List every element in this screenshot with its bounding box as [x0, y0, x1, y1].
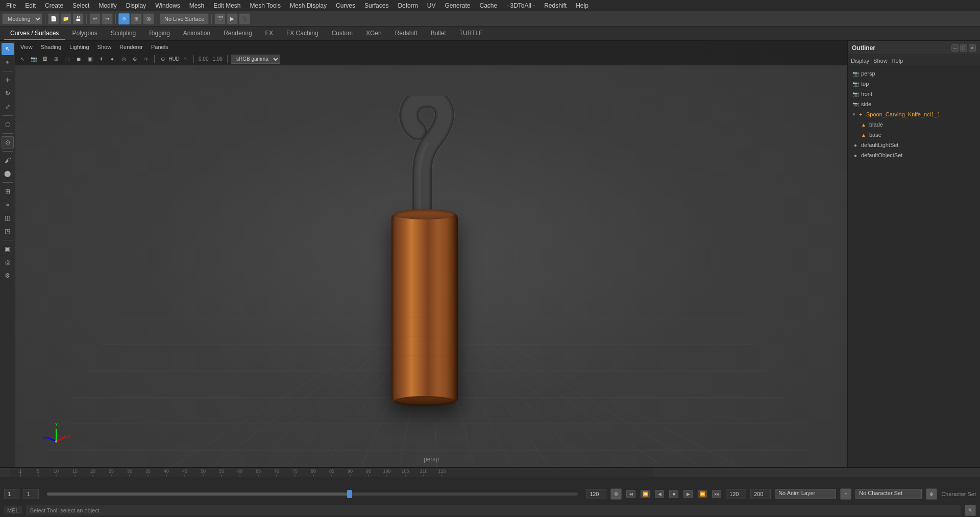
tab-bullet[interactable]: Bullet [425, 28, 452, 40]
char-set-option-btn[interactable]: ⊕ [926, 488, 937, 500]
menu-generate[interactable]: Generate [440, 1, 474, 10]
prev-frame-btn[interactable]: ⏪ [641, 490, 650, 498]
tab-rigging[interactable]: Rigging [143, 28, 176, 40]
go-to-start-btn[interactable]: ⏮ [626, 490, 635, 498]
vp-wireframe-btn[interactable]: ◻ [62, 54, 72, 64]
undo-btn[interactable]: ↩ [89, 13, 101, 24]
vp-motion-blur-btn[interactable]: ≋ [141, 54, 151, 64]
next-frame-btn[interactable]: ⏩ [698, 490, 707, 498]
menu-edit-mesh[interactable]: Edit Mesh [209, 1, 244, 10]
snap-grid-btn[interactable]: ⊞ [131, 13, 142, 24]
menu-modify[interactable]: Modify [94, 1, 120, 10]
open-file-btn[interactable]: 📁 [60, 13, 71, 24]
character-set-select[interactable]: No Character Set [855, 489, 922, 499]
tab-sculpting[interactable]: Sculpting [105, 28, 142, 40]
vp-menu-lighting[interactable]: Lighting [67, 44, 91, 50]
isolate-select-btn[interactable]: ◎ [2, 256, 14, 268]
outliner-menu-display[interactable]: Display [851, 58, 869, 64]
timeline-ruler[interactable]: 1 5 10 15 20 25 30 35 40 45 50 [0, 467, 980, 477]
vp-hud-btn[interactable]: HUD [169, 54, 179, 64]
tab-redshift[interactable]: Redshift [389, 28, 424, 40]
vp-menu-view[interactable]: View [18, 44, 35, 50]
tab-fx-caching[interactable]: FX Caching [280, 28, 325, 40]
anim-layer-btn[interactable]: + [840, 488, 851, 500]
render-region-btn[interactable]: ▣ [2, 243, 14, 255]
tab-polygons[interactable]: Polygons [66, 28, 103, 40]
outliner-close-btn[interactable]: ✕ [969, 44, 976, 52]
menu-select[interactable]: Select [68, 1, 93, 10]
vp-grid-btn[interactable]: ⊞ [51, 54, 61, 64]
snap-to-grid-lt-btn[interactable]: ⊞ [2, 185, 14, 198]
tab-rendering[interactable]: Rendering [217, 28, 258, 40]
snap-to-view-lt-btn[interactable]: ◳ [2, 225, 14, 237]
stop-btn[interactable]: ■ [669, 490, 678, 498]
play-fwd-btn[interactable]: ▶ [683, 490, 693, 498]
tab-xgen[interactable]: XGen [360, 28, 388, 40]
vp-menu-shading[interactable]: Shading [39, 44, 63, 50]
mel-input[interactable]: Select Tool: select an object [26, 505, 961, 515]
mel-mode-label[interactable]: MEL [4, 506, 22, 514]
render-btn[interactable]: ▶ [227, 13, 238, 24]
menu-mesh-tools[interactable]: Mesh Tools [246, 1, 285, 10]
no-live-surface-btn[interactable]: No Live Surface [160, 13, 209, 24]
tab-fx[interactable]: FX [259, 28, 279, 40]
select-tool-btn[interactable]: ↖ [2, 43, 14, 55]
display-settings-btn[interactable]: ⚙ [2, 269, 14, 282]
vp-camera-btn[interactable]: 📷 [29, 54, 39, 64]
play-back-btn[interactable]: ◀ [655, 490, 664, 498]
tab-animation[interactable]: Animation [177, 28, 216, 40]
menu-deform[interactable]: Deform [394, 1, 422, 10]
tab-curves-surfaces[interactable]: Curves / Surfaces [4, 28, 65, 40]
outliner-item-side[interactable]: 📷 side [848, 99, 980, 109]
outliner-minimize-btn[interactable]: ─ [951, 44, 959, 52]
menu-mesh-display[interactable]: Mesh Display [286, 1, 331, 10]
outliner-menu-help[interactable]: Help [892, 58, 903, 64]
menu-edit[interactable]: Edit [21, 1, 40, 10]
vp-tex-btn[interactable]: ▣ [85, 54, 95, 64]
redo-btn[interactable]: ↪ [102, 13, 113, 24]
tab-turtle[interactable]: TURTLE [453, 28, 489, 40]
outliner-item-persp[interactable]: 📷 persp [848, 68, 980, 79]
outliner-item-knife-group[interactable]: ▼ ✦ Spoon_Carving_Knife_ncl1_1 [848, 109, 980, 119]
menu-uv[interactable]: UV [423, 1, 440, 10]
vp-img-plane-btn[interactable]: 🖼 [40, 54, 50, 64]
ipr-btn[interactable]: 🎥 [239, 13, 250, 24]
menu-redshift[interactable]: Redshift [540, 1, 571, 10]
outliner-menu-show[interactable]: Show [873, 58, 888, 64]
anim-set-btn[interactable]: ⚙ [610, 488, 622, 500]
scale-tool-btn[interactable]: ⤢ [2, 101, 14, 113]
vp-crease-btn[interactable]: ≡ [180, 54, 190, 64]
outliner-item-lightset[interactable]: ● defaultLightSet [848, 140, 980, 150]
tab-custom[interactable]: Custom [326, 28, 359, 40]
snap-to-curve-lt-btn[interactable]: ≈ [2, 199, 14, 211]
outliner-item-objectset[interactable]: ● defaultObjectSet [848, 150, 980, 160]
paint-btn[interactable]: 🖌 [2, 154, 14, 166]
soft-select-btn[interactable]: ⊙ [2, 136, 14, 149]
attr-paint-btn[interactable]: ⬤ [2, 167, 14, 180]
frame-thumb[interactable] [347, 490, 352, 498]
snap-to-surface-lt-btn[interactable]: ◫ [2, 212, 14, 224]
anim-layer-select[interactable]: No Anim Layer [775, 489, 836, 499]
vp-menu-renderer[interactable]: Renderer [117, 44, 145, 50]
outliner-item-blade[interactable]: ▲ blade [848, 119, 980, 130]
menu-curves[interactable]: Curves [332, 1, 359, 10]
vp-arrow-btn[interactable]: ↖ [17, 54, 28, 64]
vp-snap-btn[interactable]: ⊙ [158, 54, 168, 64]
menu-windows[interactable]: Windows [151, 1, 184, 10]
menu-mesh[interactable]: Mesh [185, 1, 208, 10]
vp-menu-show[interactable]: Show [95, 44, 114, 50]
menu-cache[interactable]: Cache [475, 1, 501, 10]
menu-create[interactable]: Create [41, 1, 67, 10]
rotate-tool-btn[interactable]: ↻ [2, 87, 14, 100]
menu-surfaces[interactable]: Surfaces [360, 1, 393, 10]
vp-shadow-btn[interactable]: ● [107, 54, 117, 64]
viewport[interactable]: View Shading Lighting Show Renderer Pane… [15, 41, 847, 467]
snap-point-btn[interactable]: ◎ [143, 13, 154, 24]
transform-btn[interactable]: ⊕ [118, 13, 130, 24]
outliner-item-front[interactable]: 📷 front [848, 89, 980, 99]
outliner-maximize-btn[interactable]: □ [960, 44, 967, 52]
menu-display[interactable]: Display [122, 1, 150, 10]
outliner-resize-handle[interactable] [977, 0, 980, 517]
render-settings-btn[interactable]: 🎬 [214, 13, 226, 24]
vp-menu-panels[interactable]: Panels [149, 44, 170, 50]
